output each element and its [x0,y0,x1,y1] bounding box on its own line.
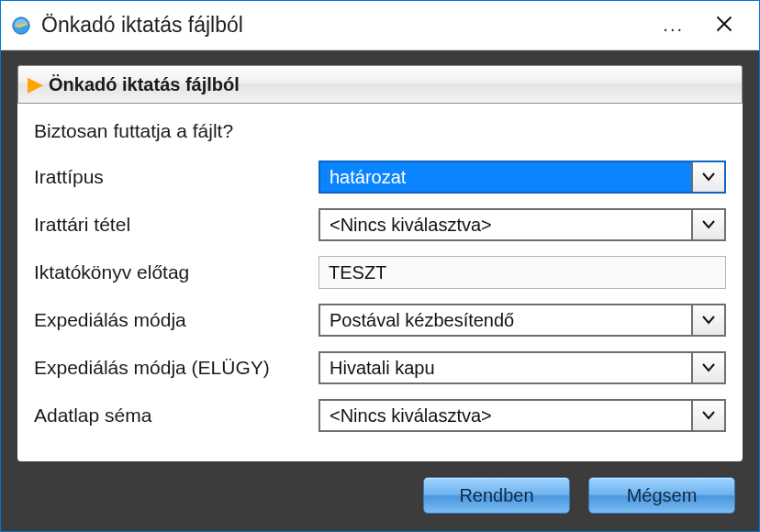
dropdown-expedialas[interactable]: Postával kézbesítendő [319,304,726,337]
confirm-text: Biztosan futtatja a fájlt? [34,120,726,142]
chevron-down-icon[interactable] [691,401,724,430]
close-button[interactable] [699,11,750,40]
more-button[interactable]: ... [648,11,699,39]
chevron-down-icon[interactable] [691,210,724,239]
dialog-window: Önkadó iktatás fájlból ... ▶ Önkadó ikta… [0,0,760,532]
dropdown-adatlap[interactable]: <Nincs kiválasztva> [319,399,726,432]
row-adatlap: Adatlap séma <Nincs kiválasztva> [34,399,726,432]
panel-body: Biztosan futtatja a fájlt? Irattípus hat… [17,104,743,449]
label-irattipus: Irattípus [34,166,319,188]
dropdown-adatlap-value: <Nincs kiválasztva> [320,401,691,430]
label-iktatokonyv: Iktatókönyv előtag [34,261,319,283]
row-irattari: Irattári tétel <Nincs kiválasztva> [34,208,726,241]
cancel-button[interactable]: Mégsem [588,477,735,514]
ie-icon [10,15,32,37]
row-iktatokonyv: Iktatókönyv előtag TESZT [34,256,726,289]
dialog-body-outer: ▶ Önkadó iktatás fájlból Biztosan futtat… [1,50,759,531]
label-adatlap: Adatlap séma [34,405,319,427]
row-expedialas: Expediálás módja Postával kézbesítendő [34,304,726,337]
panel-header: ▶ Önkadó iktatás fájlból [17,65,743,104]
arrow-right-icon: ▶ [28,74,43,94]
dropdown-expedialas-elugy[interactable]: Hivatali kapu [319,351,726,384]
row-expedialas-elugy: Expediálás módja (ELÜGY) Hivatali kapu [34,351,726,384]
chevron-down-icon[interactable] [691,353,724,382]
dropdown-irattipus-value: határozat [320,162,691,192]
dropdown-irattari-value: <Nincs kiválasztva> [320,210,691,239]
label-expedialas: Expediálás módja [34,309,319,331]
input-iktatokonyv-value: TESZT [319,257,725,288]
dropdown-irattari[interactable]: <Nincs kiválasztva> [319,208,726,241]
panel: ▶ Önkadó iktatás fájlból Biztosan futtat… [17,65,743,461]
titlebar: Önkadó iktatás fájlból ... [1,1,759,50]
dropdown-expedialas-value: Postával kézbesítendő [320,305,691,335]
input-iktatokonyv[interactable]: TESZT [319,256,726,289]
label-expedialas-elugy: Expediálás módja (ELÜGY) [34,357,319,379]
ok-button[interactable]: Rendben [423,477,570,514]
window-title: Önkadó iktatás fájlból [41,13,648,38]
dropdown-irattipus[interactable]: határozat [319,161,726,194]
dropdown-expedialas-elugy-value: Hivatali kapu [320,353,691,382]
chevron-down-icon[interactable] [691,162,724,192]
label-irattari: Irattári tétel [34,214,319,236]
row-irattipus: Irattípus határozat [34,161,726,194]
chevron-down-icon[interactable] [691,305,724,335]
panel-title: Önkadó iktatás fájlból [49,74,240,95]
dialog-footer: Rendben Mégsem [17,471,743,520]
